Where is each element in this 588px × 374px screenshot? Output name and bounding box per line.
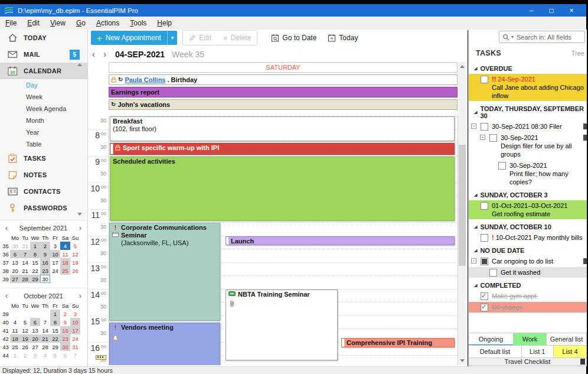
task-item-call-jane[interactable]: !!24-Sep-2021Call Jane about adding Chic…: [469, 74, 587, 101]
task-item-pay-monthly-bills[interactable]: !10-Oct-2021 Pay monthly bills: [469, 232, 587, 243]
sidebar-item-tasks[interactable]: TASKS: [0, 150, 87, 167]
sidebar-item-contacts[interactable]: CONTACTS: [0, 183, 87, 200]
sidebar-item-month[interactable]: Month: [0, 115, 87, 126]
task-item-get-roofing-estimate[interactable]: 01-Oct-2021–03-Oct-2021Get roofing estim…: [469, 200, 587, 219]
mini-calendar-day[interactable]: 18: [10, 334, 20, 343]
close-button[interactable]: ×: [561, 6, 582, 15]
allday-event-johns-vacations[interactable]: ↻John's vacations: [109, 99, 458, 110]
calendar-scrollbar[interactable]: [458, 62, 466, 365]
tab-list-4[interactable]: List 4: [553, 345, 587, 358]
mini-calendar-day[interactable]: 10: [50, 250, 60, 258]
event-sport-specific-warm-up[interactable]: Sport specific warm-up with IPI: [110, 143, 455, 155]
task-group-header-no-due-date[interactable]: ◢NO DUE DATE: [469, 243, 587, 256]
search-scope-dropdown-icon[interactable]: ▾: [511, 34, 514, 40]
mini-calendar-day[interactable]: 10: [70, 318, 80, 326]
tree-expander-icon[interactable]: -: [480, 135, 485, 140]
mini-calendar-day[interactable]: 31: [20, 242, 30, 250]
next-month-icon[interactable]: ›: [77, 224, 83, 232]
mini-calendar-day[interactable]: 5: [20, 318, 30, 326]
sidebar-scroll-up-icon[interactable]: [77, 63, 82, 66]
search-box[interactable]: ▾: [499, 31, 585, 43]
menu-edit[interactable]: Edit: [22, 17, 45, 29]
menu-tools[interactable]: Tools: [125, 17, 152, 29]
mini-calendar-day[interactable]: 3: [70, 310, 80, 318]
new-appointment-button[interactable]: +New Appointment ▾: [91, 31, 177, 45]
task-item-car-ongoing-to-do-list[interactable]: -Car ongoing to do list: [469, 256, 587, 266]
next-day-button[interactable]: ›: [99, 49, 110, 59]
edit-button[interactable]: Edit: [183, 31, 217, 45]
task-item-get-it-washed[interactable]: Get it washed: [469, 267, 587, 278]
mini-calendar-day[interactable]: 6: [30, 318, 40, 326]
next-month-icon[interactable]: ›: [77, 292, 83, 300]
mini-calendar-day[interactable]: 1: [10, 351, 20, 359]
maximize-button[interactable]: □: [541, 6, 561, 15]
sidebar-item-today[interactable]: TODAY: [0, 30, 87, 46]
mini-calendar-day[interactable]: 19: [70, 258, 80, 266]
sidebar-item-calendar[interactable]: 30CALENDAR: [0, 63, 87, 79]
mini-calendar-day[interactable]: 17: [70, 326, 80, 334]
mini-calendar-day[interactable]: 20: [30, 334, 40, 343]
task-checkbox[interactable]: [481, 234, 488, 242]
mini-calendar-day[interactable]: 22: [30, 266, 40, 275]
task-checkbox[interactable]: [481, 202, 488, 210]
mini-calendar-day[interactable]: 2: [40, 242, 50, 250]
prev-month-icon[interactable]: ‹: [4, 292, 9, 300]
sidebar-item-notes[interactable]: NOTES: [0, 167, 87, 183]
mini-calendar-day[interactable]: 7: [20, 250, 30, 258]
mini-calendar-day[interactable]: 4: [60, 242, 70, 250]
mini-calendar-day[interactable]: 21: [40, 334, 50, 343]
menu-help[interactable]: Help: [152, 17, 177, 29]
mini-calendar-day[interactable]: 16: [60, 326, 70, 334]
collapse-icon[interactable]: ◢: [474, 283, 477, 288]
goto-date-button[interactable]: Go to Date: [266, 30, 322, 46]
time-scale-icon[interactable]: [96, 355, 106, 360]
event-launch[interactable]: Launch: [226, 236, 455, 246]
menu-file[interactable]: File: [0, 17, 22, 29]
sidebar-item-week-agenda[interactable]: Week Agenda: [0, 103, 87, 115]
mini-calendar-day[interactable]: 25: [10, 343, 20, 351]
sidebar-item-week[interactable]: Week: [0, 91, 87, 103]
mini-calendar-day[interactable]: 19: [20, 334, 30, 343]
mini-calendar-day[interactable]: 13: [10, 258, 20, 266]
task-item-design-filer[interactable]: -30-Sep-2021Design filer for use by all …: [469, 132, 587, 160]
tab-list-1[interactable]: List 1: [521, 345, 554, 358]
mini-calendar-day[interactable]: 26: [20, 343, 30, 351]
collapse-icon[interactable]: ◢: [474, 110, 477, 115]
mini-calendar-day[interactable]: 4: [40, 351, 50, 359]
mini-calendar-day[interactable]: 1: [30, 242, 40, 250]
menu-go[interactable]: Go: [71, 17, 91, 29]
mini-calendar-day[interactable]: 12: [20, 326, 30, 334]
mini-calendar-day[interactable]: 28: [20, 275, 30, 283]
event-breakfast[interactable]: Breakfast(102, first floor): [110, 116, 455, 141]
mini-calendar-day[interactable]: 18: [60, 258, 70, 266]
mini-calendar-day[interactable]: 21: [20, 266, 30, 275]
tab-default-list[interactable]: Default list: [468, 345, 522, 358]
mini-calendar-day[interactable]: 17: [50, 258, 60, 266]
mini-calendar-day[interactable]: 1: [50, 310, 60, 318]
collapse-icon[interactable]: ◢: [474, 225, 477, 229]
event-scheduled-activities[interactable]: Scheduled activities: [110, 157, 455, 222]
event-comprehensive-ipi-training[interactable]: Comprehensive IPI Training: [341, 338, 455, 347]
contact-link[interactable]: Paula Collins: [125, 76, 165, 83]
mini-calendar-day[interactable]: 14: [20, 258, 30, 266]
mini-calendar-day[interactable]: 3: [30, 351, 40, 359]
mini-calendar-day[interactable]: 30: [60, 343, 70, 351]
tasks-view-mode[interactable]: Tree: [571, 50, 584, 57]
task-item-make-gym-appt[interactable]: Make gym appt.: [469, 291, 587, 301]
task-checkbox[interactable]: [498, 162, 506, 170]
mini-calendar-day[interactable]: 31: [70, 343, 80, 351]
scroll-down-icon[interactable]: [460, 359, 465, 362]
mini-calendar-day[interactable]: 2: [20, 351, 30, 359]
mini-calendar-day[interactable]: 23: [40, 266, 50, 275]
mini-calendar-day[interactable]: 27: [10, 275, 20, 283]
mini-calendar-day[interactable]: 8: [50, 318, 60, 326]
mini-calendar-day[interactable]: 27: [30, 343, 40, 351]
mini-calendar-day[interactable]: 2: [60, 310, 70, 318]
search-input[interactable]: [515, 33, 577, 41]
task-checkbox[interactable]: [481, 123, 488, 131]
task-checkbox[interactable]: [481, 292, 488, 300]
tab-travel-checklist[interactable]: Travel Checklist: [468, 357, 587, 366]
mini-calendar-day[interactable]: 9: [40, 250, 50, 258]
event-vendors-meeting[interactable]: !Vendors meeting: [109, 323, 220, 365]
collapse-icon[interactable]: ◢: [474, 193, 477, 197]
